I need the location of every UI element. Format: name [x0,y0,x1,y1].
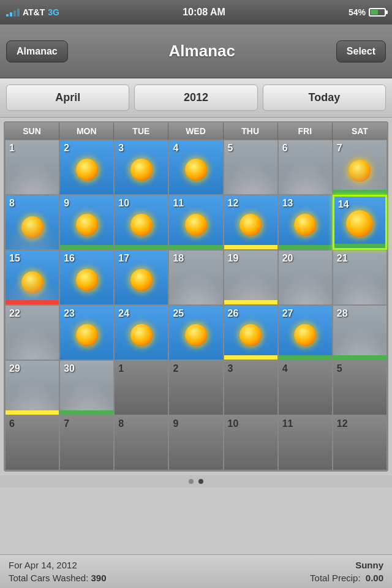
table-row[interactable]: 9 [59,195,114,250]
year-button[interactable]: 2012 [134,85,257,111]
table-row[interactable]: 5 [333,360,387,415]
status-left: AT&T 3G [6,7,59,17]
select-button[interactable]: Select [336,40,386,62]
battery-percent: 54% [349,7,366,17]
table-row[interactable]: 19 [224,250,278,305]
precip-label: Total Precip: 0.00 [310,573,383,583]
header-wed: WED [168,123,223,140]
page-indicator [0,475,392,488]
table-row[interactable]: 10 [114,195,168,250]
table-row[interactable]: 8 [114,415,168,470]
table-row[interactable]: 28 [333,305,387,360]
table-row[interactable]: 15 [5,250,59,305]
calendar: SUN MON TUE WED THU FRI SAT 1 2 3 4 [4,121,388,472]
table-row[interactable]: 3 [114,140,168,195]
table-row[interactable]: 11 [168,195,223,250]
header-sun: SUN [5,123,59,140]
table-row[interactable]: 6 [5,415,59,470]
battery-icon [369,8,386,17]
month-selector: April 2012 Today [0,78,392,118]
table-row[interactable]: 30 [59,360,114,415]
table-row[interactable]: 7 [333,140,387,195]
page-dot-2 [198,479,203,484]
back-button[interactable]: Almanac [6,40,68,62]
table-row[interactable]: 12 [224,195,278,250]
nav-bar: Almanac Almanac Select [0,24,392,78]
header-sat: SAT [333,123,387,140]
table-row[interactable]: 17 [114,250,168,305]
date-label: For Apr 14, 2012 [9,560,77,570]
month-button[interactable]: April [6,85,129,111]
table-row[interactable]: 16 [59,250,114,305]
calendar-grid: 1 2 3 4 5 6 7 [5,140,387,470]
footer-row-2: Total Cars Washed: 390 Total Precip: 0.0… [9,573,383,583]
table-row[interactable]: 1 [5,140,59,195]
weather-label: Sunny [355,560,383,570]
table-row[interactable]: 4 [278,360,333,415]
table-row[interactable]: 26 [224,305,278,360]
table-row[interactable]: 3 [224,360,278,415]
status-right: 54% [349,7,386,17]
table-row[interactable]: 5 [224,140,278,195]
table-row[interactable]: 24 [114,305,168,360]
signal-icon [6,9,20,17]
table-row[interactable]: 29 [5,360,59,415]
cars-label: Total Cars Washed: 390 [9,573,107,583]
table-row[interactable]: 11 [278,415,333,470]
footer: For Apr 14, 2012 Sunny Total Cars Washed… [0,554,392,588]
carrier-label: AT&T [23,7,45,17]
table-row[interactable]: 7 [59,415,114,470]
header-fri: FRI [278,123,333,140]
table-row[interactable]: 27 [278,305,333,360]
table-row[interactable]: 18 [168,250,223,305]
page-dot-1 [189,479,194,484]
table-row[interactable]: 12 [333,415,387,470]
table-row[interactable]: 20 [278,250,333,305]
footer-row-1: For Apr 14, 2012 Sunny [9,560,383,570]
nav-title: Almanac [169,42,235,61]
table-row[interactable]: 9 [168,415,223,470]
table-row[interactable]: 1 [114,360,168,415]
table-row[interactable]: 22 [5,305,59,360]
table-row[interactable]: 8 [5,195,59,250]
table-row[interactable]: 2 [168,360,223,415]
header-thu: THU [224,123,278,140]
table-row[interactable]: 6 [278,140,333,195]
header-tue: TUE [114,123,168,140]
table-row[interactable]: 2 [59,140,114,195]
table-row[interactable]: 4 [168,140,223,195]
day-headers: SUN MON TUE WED THU FRI SAT [5,123,387,140]
time-label: 10:08 AM [183,7,225,18]
table-row[interactable]: 13 [278,195,333,250]
today-button[interactable]: Today [263,85,386,111]
selected-date-cell[interactable]: 14 [333,195,387,250]
network-label: 3G [48,7,59,17]
table-row[interactable]: 10 [224,415,278,470]
header-mon: MON [59,123,114,140]
table-row[interactable]: 21 [333,250,387,305]
status-bar: AT&T 3G 10:08 AM 54% [0,0,392,24]
table-row[interactable]: 23 [59,305,114,360]
table-row[interactable]: 25 [168,305,223,360]
